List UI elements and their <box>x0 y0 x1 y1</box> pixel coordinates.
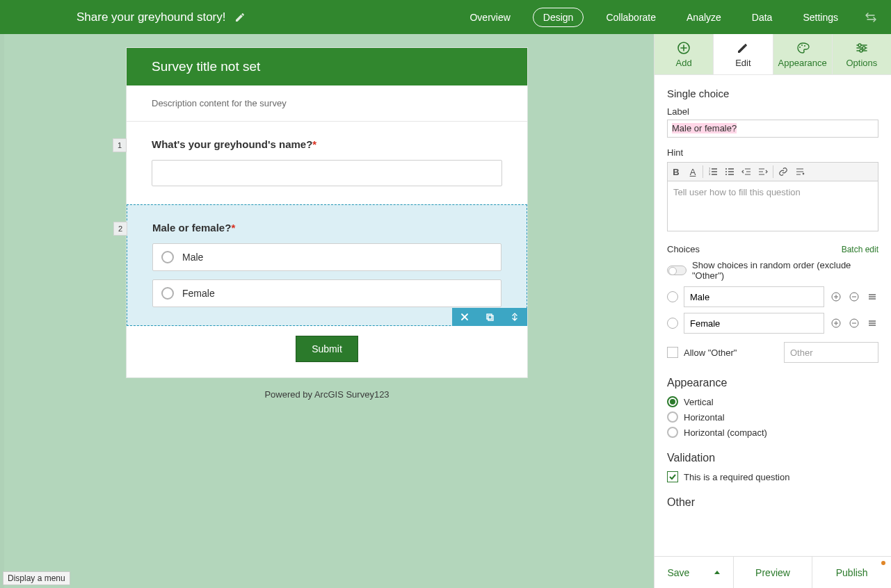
other-heading: Other <box>667 496 878 509</box>
question-number-1: 1 <box>113 138 127 152</box>
tab-edit[interactable]: Edit <box>714 34 773 74</box>
choice-1-input[interactable] <box>684 286 824 307</box>
radio-icon <box>667 427 678 438</box>
bold-button[interactable]: B <box>668 163 684 181</box>
convert-question-button[interactable] <box>502 308 527 326</box>
required-checkbox[interactable] <box>667 471 678 482</box>
svg-rect-0 <box>487 314 492 319</box>
required-asterisk: * <box>312 138 316 150</box>
ordered-list-button[interactable]: 123 <box>705 163 721 181</box>
svg-point-14 <box>725 174 727 175</box>
form-header[interactable]: Survey title not set <box>127 48 527 85</box>
drag-handle-icon[interactable] <box>866 291 878 303</box>
question-1[interactable]: 1 What's your greyhound's name?* <box>127 122 527 204</box>
choice-label: Female <box>182 288 215 299</box>
survey-title-wrap: Share your greyhound story! <box>77 10 246 24</box>
top-navigation: Overview Design Collaborate Analyze Data… <box>461 8 880 27</box>
question-2-label: Male or female?* <box>152 222 501 234</box>
appearance-horizontal-compact[interactable]: Horizontal (compact) <box>667 427 878 438</box>
allow-other-row: Allow "Other" <box>667 342 878 363</box>
question-1-text-input[interactable] <box>152 160 502 186</box>
svg-point-5 <box>804 45 805 47</box>
radio-selected-icon <box>667 396 678 407</box>
delete-question-button[interactable] <box>452 308 477 326</box>
clear-format-button[interactable] <box>792 163 808 181</box>
nav-analyze[interactable]: Analyze <box>678 8 730 27</box>
unordered-list-button[interactable] <box>721 163 738 181</box>
remove-choice-icon[interactable] <box>848 291 860 303</box>
duplicate-question-button[interactable] <box>477 308 502 326</box>
batch-edit-link[interactable]: Batch edit <box>842 245 878 254</box>
allow-other-checkbox[interactable] <box>667 347 678 358</box>
radio-icon <box>667 291 678 302</box>
choice-edit-row-2 <box>667 313 878 334</box>
hint-textarea[interactable]: Tell user how to fill this question <box>667 181 878 231</box>
indent-button[interactable] <box>755 163 771 181</box>
nav-settings[interactable]: Settings <box>794 8 846 27</box>
form-description[interactable]: Description content for the survey <box>127 85 527 122</box>
label-field-label: Label <box>667 106 878 117</box>
canvas: Survey title not set Description content… <box>0 34 654 588</box>
drag-handle-icon[interactable] <box>866 317 878 329</box>
choice-label: Male <box>182 252 203 263</box>
question-actions <box>452 308 527 326</box>
preview-button[interactable]: Preview <box>734 557 813 588</box>
tab-appearance[interactable]: Appearance <box>773 34 833 74</box>
label-value: Male or female? <box>672 123 737 133</box>
choice-edit-row-1 <box>667 286 878 307</box>
svg-rect-1 <box>488 316 493 320</box>
save-label: Save <box>667 567 689 578</box>
question-2-choice-female[interactable]: Female <box>152 279 501 307</box>
panel-tabs: Add Edit Appearance Options <box>655 34 891 75</box>
survey-title: Share your greyhound story! <box>77 10 226 24</box>
other-placeholder-input[interactable] <box>784 342 878 363</box>
outdent-button[interactable] <box>738 163 755 181</box>
canvas-left-handle[interactable] <box>0 34 4 588</box>
powered-by: Powered by ArcGIS Survey123 <box>0 389 654 400</box>
tab-add-label: Add <box>676 58 692 68</box>
add-choice-icon[interactable] <box>830 291 842 303</box>
appearance-horizontal[interactable]: Horizontal <box>667 411 878 423</box>
required-row: This is a required question <box>667 471 878 482</box>
nav-data[interactable]: Data <box>744 8 781 27</box>
nav-design[interactable]: Design <box>533 8 584 27</box>
radio-icon <box>161 251 174 263</box>
radio-icon <box>667 411 678 423</box>
svg-point-3 <box>799 47 801 48</box>
question-2-choice-male[interactable]: Male <box>152 243 501 271</box>
svg-point-7 <box>862 47 865 49</box>
link-button[interactable] <box>775 163 792 181</box>
preview-label: Preview <box>755 567 790 578</box>
nav-overview[interactable]: Overview <box>461 8 518 27</box>
save-button[interactable]: Save <box>655 557 734 588</box>
appearance-horizontal-compact-label: Horizontal (compact) <box>684 427 767 438</box>
submit-button[interactable]: Submit <box>296 336 358 362</box>
edit-title-icon[interactable] <box>234 12 246 23</box>
random-order-toggle[interactable] <box>667 266 687 275</box>
validation-heading: Validation <box>667 452 878 464</box>
question-1-label-text: What's your greyhound's name? <box>152 138 312 150</box>
random-order-label: Show choices in random order (exclude "O… <box>692 260 878 281</box>
nav-collaborate[interactable]: Collaborate <box>597 8 664 27</box>
appearance-vertical[interactable]: Vertical <box>667 396 878 407</box>
remove-choice-icon[interactable] <box>848 317 860 329</box>
tab-options[interactable]: Options <box>833 34 891 74</box>
hint-toolbar: B A 123 <box>667 162 878 181</box>
radio-icon <box>161 287 174 300</box>
publish-button[interactable]: Publish <box>812 557 891 588</box>
status-bar-hint: Display a menu <box>3 571 70 585</box>
question-2[interactable]: 2 Male or female?* Male Female <box>127 204 527 326</box>
tab-add[interactable]: Add <box>655 34 714 74</box>
svg-point-12 <box>725 168 727 170</box>
font-color-button[interactable]: A <box>684 163 701 181</box>
question-type-title: Single choice <box>667 88 878 99</box>
switch-icon[interactable] <box>865 11 877 24</box>
appearance-options: Vertical Horizontal Horizontal (compact) <box>667 396 878 438</box>
tab-options-label: Options <box>846 58 877 68</box>
svg-point-4 <box>801 44 803 46</box>
label-input[interactable]: Male or female? <box>667 120 878 138</box>
choices-title: Choices <box>667 244 700 254</box>
choice-2-input[interactable] <box>684 313 824 334</box>
required-asterisk: * <box>231 222 235 234</box>
add-choice-icon[interactable] <box>830 317 842 329</box>
